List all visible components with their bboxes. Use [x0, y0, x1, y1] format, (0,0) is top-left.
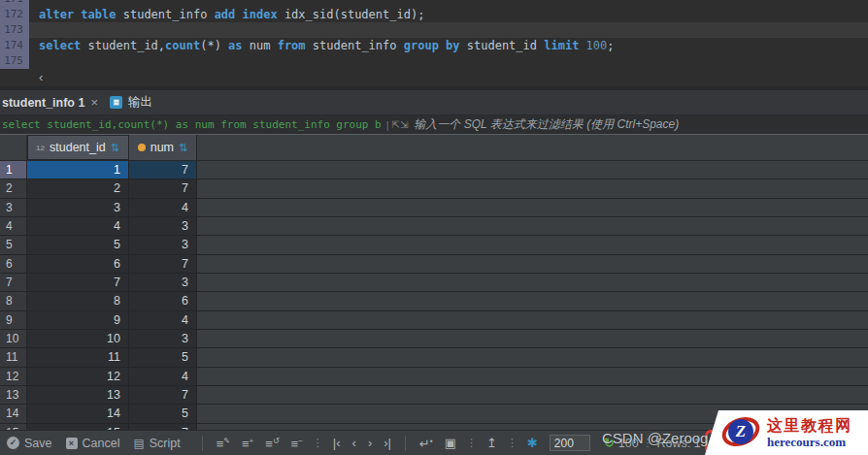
save-button[interactable]: ✓ Save [7, 437, 52, 450]
more-options-dots-icon[interactable]: ⋮ [507, 437, 517, 449]
result-filter-bar[interactable]: select student_id,count(*) as num from s… [0, 115, 868, 135]
row-number[interactable]: 8 [0, 292, 27, 309]
sql-code-line[interactable] [29, 22, 868, 38]
expand-filter-icon[interactable]: ⇱⇲ [392, 119, 409, 130]
add-row-icon[interactable]: ≡+ [242, 435, 253, 451]
sql-code-line[interactable]: alter table student_info add index idx_s… [29, 7, 868, 22]
cell-num[interactable]: 6 [129, 292, 197, 309]
sort-icon[interactable]: ⇅ [179, 142, 187, 154]
cell-student-id[interactable]: 12 [27, 368, 129, 385]
table-row[interactable]: 11115 [0, 348, 868, 367]
row-number[interactable]: 5 [0, 236, 27, 253]
cell-student-id[interactable]: 13 [27, 386, 129, 404]
cell-num[interactable]: 3 [129, 274, 197, 291]
settings-gear-icon[interactable]: ✱ [527, 436, 538, 450]
delete-row-icon[interactable]: ≡− [291, 435, 303, 451]
cell-student-id[interactable]: 8 [27, 292, 129, 309]
export-data-icon[interactable]: ↥ [486, 437, 497, 450]
cell-student-id[interactable]: 14 [27, 405, 129, 422]
sql-code-line[interactable] [29, 0, 868, 7]
sql-code-line[interactable] [29, 53, 868, 69]
row-number[interactable]: 9 [0, 311, 27, 329]
scroll-left-arrow-icon[interactable]: ‹ [39, 71, 43, 84]
editor-line[interactable]: 174select student_id,count(*) as num fro… [0, 38, 868, 53]
script-button[interactable]: ▤ Script [133, 437, 180, 450]
cell-student-id[interactable]: 3 [27, 199, 129, 216]
table-row[interactable]: 117 [0, 161, 868, 179]
go-to-row-icon[interactable]: ↵▪ [419, 435, 433, 451]
row-number[interactable]: 1 [0, 161, 27, 179]
cell-student-id[interactable]: 4 [27, 217, 129, 235]
grid-corner-cell[interactable] [0, 135, 27, 160]
table-row[interactable]: 13137 [0, 386, 868, 405]
cell-student-id[interactable]: 7 [27, 274, 129, 291]
row-number[interactable]: 4 [0, 217, 27, 235]
row-number[interactable]: 13 [0, 386, 27, 404]
table-row[interactable]: 443 [0, 217, 868, 236]
submit-row-icon[interactable]: ≡✎ [217, 435, 230, 451]
cell-num[interactable]: 7 [129, 386, 197, 404]
table-row[interactable]: 553 [0, 236, 868, 254]
cell-num[interactable]: 4 [129, 311, 197, 329]
sql-editor[interactable]: 171172alter table student_info add index… [0, 0, 868, 90]
next-page-icon[interactable]: › [368, 437, 372, 450]
cell-student-id[interactable]: 1 [27, 161, 129, 179]
cancel-button[interactable]: × Cancel [66, 437, 120, 450]
cell-num[interactable]: 7 [129, 179, 197, 197]
editor-line[interactable]: 173 [0, 22, 868, 38]
table-row[interactable]: 334 [0, 199, 868, 217]
row-number[interactable]: 6 [0, 255, 27, 273]
row-number[interactable]: 10 [0, 330, 27, 347]
filter-placeholder-text[interactable]: 输入一个 SQL 表达式来过滤结果 (使用 Ctrl+Space) [414, 116, 679, 133]
cell-student-id[interactable]: 11 [27, 348, 129, 366]
first-page-icon[interactable]: |‹ [333, 437, 341, 450]
editor-line[interactable]: 175 [0, 53, 868, 69]
compare-data-icon[interactable]: ▣ [445, 437, 456, 450]
tab-output[interactable]: ≣ 输出 [108, 90, 162, 114]
previous-page-icon[interactable]: ‹ [352, 437, 356, 450]
cell-num[interactable]: 3 [129, 330, 197, 347]
cell-num[interactable]: 7 [129, 161, 197, 179]
cell-student-id[interactable]: 5 [27, 236, 129, 253]
cell-num[interactable]: 4 [129, 199, 197, 216]
sort-icon[interactable]: ⇅ [111, 142, 119, 154]
cell-num[interactable]: 4 [129, 368, 197, 385]
table-row[interactable]: 227 [0, 179, 868, 198]
editor-line[interactable]: 172alter table student_info add index id… [0, 7, 868, 22]
last-page-icon[interactable]: ›| [384, 437, 391, 450]
tab-student-info-1[interactable]: student_info 1 × [0, 90, 108, 114]
cell-num[interactable]: 3 [129, 217, 197, 235]
row-number[interactable]: 2 [0, 179, 27, 197]
row-number[interactable]: 12 [0, 368, 27, 385]
column-header-student-id[interactable]: 12 student_id ⇅ [27, 135, 129, 160]
more-options-dots-icon[interactable]: ⋮ [313, 437, 323, 449]
table-row[interactable]: 773 [0, 274, 868, 292]
revert-row-icon[interactable]: ≡↺ [265, 435, 279, 451]
line-number: 173 [0, 22, 29, 38]
table-row[interactable]: 886 [0, 292, 868, 310]
cell-num[interactable]: 7 [129, 255, 197, 273]
cell-student-id[interactable]: 10 [27, 330, 129, 347]
table-row[interactable]: 994 [0, 311, 868, 330]
tab-close-icon[interactable]: × [90, 95, 98, 110]
page-size-input[interactable] [550, 435, 590, 451]
row-number[interactable]: 7 [0, 274, 27, 291]
cell-student-id[interactable]: 6 [27, 255, 129, 273]
sql-code-line[interactable]: select student_id,count(*) as num from s… [29, 38, 868, 53]
result-grid[interactable]: 1172273344435536677738869941010311115121… [0, 161, 868, 430]
cell-student-id[interactable]: 9 [27, 311, 129, 329]
row-number[interactable]: 14 [0, 405, 27, 422]
row-number[interactable]: 3 [0, 199, 27, 216]
cell-num[interactable]: 5 [129, 348, 197, 366]
more-options-dots-icon[interactable]: ⋮ [466, 437, 477, 449]
row-number[interactable]: 11 [0, 348, 27, 366]
cell-num[interactable]: 5 [129, 405, 197, 422]
editor-horizontal-scrollbar[interactable]: ‹ [29, 69, 868, 86]
table-row[interactable]: 12124 [0, 368, 868, 386]
cell-student-id[interactable]: 2 [27, 179, 129, 197]
table-row[interactable]: 667 [0, 255, 868, 274]
column-header-num[interactable]: num ⇅ [129, 135, 197, 160]
table-row[interactable]: 10103 [0, 330, 868, 348]
editor-line[interactable]: 171 [0, 0, 868, 7]
cell-num[interactable]: 3 [129, 236, 197, 253]
